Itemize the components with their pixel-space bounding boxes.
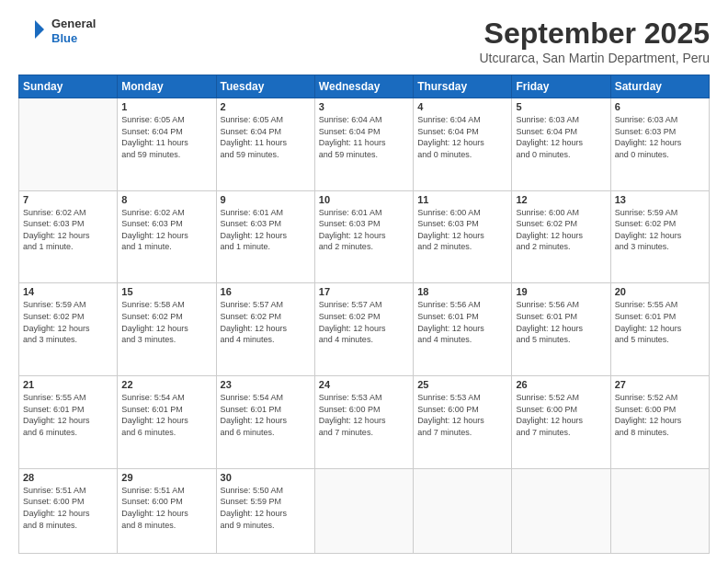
page: General Blue September 2025 Utcurarca, S…: [0, 0, 728, 563]
calendar-cell-w2d0: 14Sunrise: 5:59 AM Sunset: 6:02 PM Dayli…: [19, 283, 118, 376]
calendar-cell-w4d1: 29Sunrise: 5:51 AM Sunset: 6:00 PM Dayli…: [118, 468, 216, 553]
calendar-cell-w3d5: 26Sunrise: 5:52 AM Sunset: 6:00 PM Dayli…: [512, 376, 610, 469]
day-number: 4: [417, 101, 507, 112]
calendar-table: SundayMondayTuesdayWednesdayThursdayFrid…: [18, 75, 710, 554]
day-number: 25: [417, 379, 507, 390]
calendar-cell-w4d3: [314, 468, 413, 553]
day-info: Sunrise: 6:00 AM Sunset: 6:02 PM Dayligh…: [516, 207, 606, 253]
day-info: Sunrise: 5:59 AM Sunset: 6:02 PM Dayligh…: [23, 299, 113, 345]
calendar-cell-w3d6: 27Sunrise: 5:52 AM Sunset: 6:00 PM Dayli…: [610, 376, 709, 469]
day-info: Sunrise: 6:01 AM Sunset: 6:03 PM Dayligh…: [319, 207, 409, 253]
calendar-cell-w1d2: 9Sunrise: 6:01 AM Sunset: 6:03 PM Daylig…: [216, 190, 314, 283]
day-number: 5: [516, 101, 606, 112]
day-number: 24: [319, 379, 409, 390]
day-number: 2: [221, 101, 311, 112]
day-info: Sunrise: 5:54 AM Sunset: 6:01 PM Dayligh…: [121, 392, 211, 438]
calendar-header-row: SundayMondayTuesdayWednesdayThursdayFrid…: [19, 75, 710, 98]
calendar-cell-w3d1: 22Sunrise: 5:54 AM Sunset: 6:01 PM Dayli…: [118, 376, 216, 469]
calendar-cell-w4d0: 28Sunrise: 5:51 AM Sunset: 6:00 PM Dayli…: [19, 468, 118, 553]
calendar-cell-w0d4: 4Sunrise: 6:04 AM Sunset: 6:04 PM Daylig…: [414, 98, 512, 191]
day-info: Sunrise: 5:52 AM Sunset: 6:00 PM Dayligh…: [516, 392, 606, 438]
day-info: Sunrise: 6:00 AM Sunset: 6:03 PM Dayligh…: [417, 207, 507, 253]
day-number: 9: [221, 194, 311, 205]
day-number: 27: [615, 379, 705, 390]
day-info: Sunrise: 6:05 AM Sunset: 6:04 PM Dayligh…: [121, 114, 211, 160]
header: General Blue September 2025 Utcurarca, S…: [18, 17, 710, 65]
day-info: Sunrise: 5:55 AM Sunset: 6:01 PM Dayligh…: [615, 299, 705, 345]
day-info: Sunrise: 5:51 AM Sunset: 6:00 PM Dayligh…: [23, 485, 113, 531]
day-info: Sunrise: 5:56 AM Sunset: 6:01 PM Dayligh…: [417, 299, 507, 345]
calendar-cell-w0d2: 2Sunrise: 6:05 AM Sunset: 6:04 PM Daylig…: [216, 98, 314, 191]
day-info: Sunrise: 5:53 AM Sunset: 6:00 PM Dayligh…: [319, 392, 409, 438]
day-info: Sunrise: 5:55 AM Sunset: 6:01 PM Dayligh…: [23, 392, 113, 438]
day-number: 21: [23, 379, 113, 390]
day-number: 6: [615, 101, 705, 112]
calendar-cell-w2d2: 16Sunrise: 5:57 AM Sunset: 6:02 PM Dayli…: [216, 283, 314, 376]
logo-svg: [18, 17, 48, 46]
title-area: September 2025 Utcurarca, San Martin Dep…: [479, 17, 710, 65]
day-info: Sunrise: 5:52 AM Sunset: 6:00 PM Dayligh…: [615, 392, 705, 438]
day-number: 3: [319, 101, 409, 112]
location: Utcurarca, San Martin Department, Peru: [479, 51, 710, 65]
day-number: 10: [319, 194, 409, 205]
day-number: 23: [221, 379, 311, 390]
day-info: Sunrise: 5:57 AM Sunset: 6:02 PM Dayligh…: [221, 299, 311, 345]
logo: General Blue: [18, 17, 96, 46]
svg-marker-1: [35, 20, 44, 39]
day-info: Sunrise: 6:05 AM Sunset: 6:04 PM Dayligh…: [221, 114, 311, 160]
calendar-cell-w4d2: 30Sunrise: 5:50 AM Sunset: 5:59 PM Dayli…: [216, 468, 314, 553]
day-info: Sunrise: 5:56 AM Sunset: 6:01 PM Dayligh…: [516, 299, 606, 345]
day-info: Sunrise: 5:53 AM Sunset: 6:00 PM Dayligh…: [417, 392, 507, 438]
day-number: 30: [221, 472, 311, 483]
day-number: 1: [121, 101, 211, 112]
calendar-cell-w4d6: [610, 468, 709, 553]
day-info: Sunrise: 5:51 AM Sunset: 6:00 PM Dayligh…: [121, 485, 211, 531]
calendar-cell-w3d3: 24Sunrise: 5:53 AM Sunset: 6:00 PM Dayli…: [314, 376, 413, 469]
calendar-cell-w0d6: 6Sunrise: 6:03 AM Sunset: 6:03 PM Daylig…: [610, 98, 709, 191]
calendar-cell-w1d4: 11Sunrise: 6:00 AM Sunset: 6:03 PM Dayli…: [414, 190, 512, 283]
calendar-cell-w2d3: 17Sunrise: 5:57 AM Sunset: 6:02 PM Dayli…: [314, 283, 413, 376]
calendar-cell-w3d0: 21Sunrise: 5:55 AM Sunset: 6:01 PM Dayli…: [19, 376, 118, 469]
calendar-week-1: 7Sunrise: 6:02 AM Sunset: 6:03 PM Daylig…: [19, 190, 710, 283]
day-number: 14: [23, 286, 113, 297]
calendar-cell-w2d4: 18Sunrise: 5:56 AM Sunset: 6:01 PM Dayli…: [414, 283, 512, 376]
logo-blue: Blue: [51, 31, 96, 46]
calendar-week-0: 1Sunrise: 6:05 AM Sunset: 6:04 PM Daylig…: [19, 98, 710, 191]
day-number: 7: [23, 194, 113, 205]
day-number: 18: [417, 286, 507, 297]
calendar-cell-w1d3: 10Sunrise: 6:01 AM Sunset: 6:03 PM Dayli…: [314, 190, 413, 283]
calendar-cell-w2d5: 19Sunrise: 5:56 AM Sunset: 6:01 PM Dayli…: [512, 283, 610, 376]
calendar-cell-w4d4: [414, 468, 512, 553]
calendar-cell-w1d0: 7Sunrise: 6:02 AM Sunset: 6:03 PM Daylig…: [19, 190, 118, 283]
day-number: 11: [417, 194, 507, 205]
svg-rect-0: [18, 17, 48, 46]
calendar-cell-w0d5: 5Sunrise: 6:03 AM Sunset: 6:04 PM Daylig…: [512, 98, 610, 191]
day-info: Sunrise: 6:04 AM Sunset: 6:04 PM Dayligh…: [417, 114, 507, 160]
calendar-week-2: 14Sunrise: 5:59 AM Sunset: 6:02 PM Dayli…: [19, 283, 710, 376]
day-number: 22: [121, 379, 211, 390]
day-number: 28: [23, 472, 113, 483]
calendar-cell-w2d6: 20Sunrise: 5:55 AM Sunset: 6:01 PM Dayli…: [610, 283, 709, 376]
day-number: 17: [319, 286, 409, 297]
day-info: Sunrise: 5:54 AM Sunset: 6:01 PM Dayligh…: [221, 392, 311, 438]
day-number: 12: [516, 194, 606, 205]
day-number: 26: [516, 379, 606, 390]
calendar-cell-w1d1: 8Sunrise: 6:02 AM Sunset: 6:03 PM Daylig…: [118, 190, 216, 283]
calendar-cell-w3d4: 25Sunrise: 5:53 AM Sunset: 6:00 PM Dayli…: [414, 376, 512, 469]
day-number: 8: [121, 194, 211, 205]
day-info: Sunrise: 5:58 AM Sunset: 6:02 PM Dayligh…: [121, 299, 211, 345]
day-number: 20: [615, 286, 705, 297]
day-number: 16: [221, 286, 311, 297]
day-info: Sunrise: 5:50 AM Sunset: 5:59 PM Dayligh…: [221, 485, 311, 531]
day-info: Sunrise: 6:04 AM Sunset: 6:04 PM Dayligh…: [319, 114, 409, 160]
logo-general: General: [51, 17, 96, 31]
day-info: Sunrise: 6:03 AM Sunset: 6:04 PM Dayligh…: [516, 114, 606, 160]
day-info: Sunrise: 6:02 AM Sunset: 6:03 PM Dayligh…: [121, 207, 211, 253]
day-info: Sunrise: 5:59 AM Sunset: 6:02 PM Dayligh…: [615, 207, 705, 253]
day-number: 29: [121, 472, 211, 483]
calendar-weekday-wednesday: Wednesday: [314, 75, 413, 98]
calendar-cell-w0d1: 1Sunrise: 6:05 AM Sunset: 6:04 PM Daylig…: [118, 98, 216, 191]
calendar-weekday-tuesday: Tuesday: [216, 75, 314, 98]
calendar-cell-w3d2: 23Sunrise: 5:54 AM Sunset: 6:01 PM Dayli…: [216, 376, 314, 469]
calendar-cell-w4d5: [512, 468, 610, 553]
